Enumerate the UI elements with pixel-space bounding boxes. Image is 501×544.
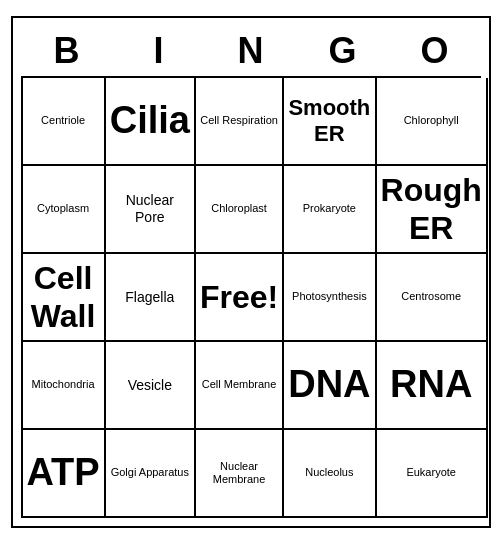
bingo-cell[interactable]: Rough ER [377, 166, 488, 254]
bingo-cell[interactable]: Cell Wall [23, 254, 106, 342]
bingo-grid: CentrioleCiliaCell RespirationSmooth ERC… [21, 76, 481, 518]
header-letter: G [297, 26, 389, 76]
bingo-cell[interactable]: Nucleolus [284, 430, 376, 518]
bingo-card: BINGO CentrioleCiliaCell RespirationSmoo… [11, 16, 491, 528]
bingo-cell[interactable]: Mitochondria [23, 342, 106, 430]
bingo-cell[interactable]: Flagella [106, 254, 196, 342]
bingo-cell[interactable]: Chloroplast [196, 166, 284, 254]
bingo-cell[interactable]: Cilia [106, 78, 196, 166]
bingo-cell[interactable]: Eukaryote [377, 430, 488, 518]
bingo-cell[interactable]: Nuclear Membrane [196, 430, 284, 518]
bingo-cell[interactable]: DNA [284, 342, 376, 430]
bingo-cell[interactable]: Centrosome [377, 254, 488, 342]
bingo-cell[interactable]: ATP [23, 430, 106, 518]
bingo-cell[interactable]: Prokaryote [284, 166, 376, 254]
header-letter: N [205, 26, 297, 76]
bingo-cell[interactable]: Golgi Apparatus [106, 430, 196, 518]
bingo-cell[interactable]: Cell Membrane [196, 342, 284, 430]
header-letter: O [389, 26, 481, 76]
bingo-cell[interactable]: Vesicle [106, 342, 196, 430]
bingo-cell[interactable]: Nuclear Pore [106, 166, 196, 254]
bingo-cell[interactable]: Cytoplasm [23, 166, 106, 254]
header-letter: B [21, 26, 113, 76]
header-letter: I [113, 26, 205, 76]
bingo-cell[interactable]: RNA [377, 342, 488, 430]
bingo-header: BINGO [21, 26, 481, 76]
bingo-cell[interactable]: Chlorophyll [377, 78, 488, 166]
bingo-cell[interactable]: Photosynthesis [284, 254, 376, 342]
bingo-cell[interactable]: Centriole [23, 78, 106, 166]
bingo-cell[interactable]: Free! [196, 254, 284, 342]
bingo-cell[interactable]: Smooth ER [284, 78, 376, 166]
bingo-cell[interactable]: Cell Respiration [196, 78, 284, 166]
